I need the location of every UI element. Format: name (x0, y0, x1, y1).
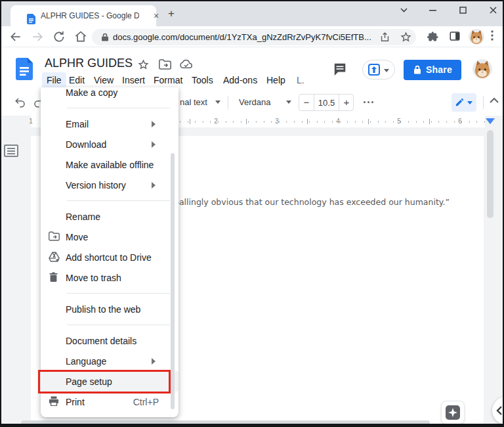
screenshot-root: ALPHR GUIDES - Google Docs × + docs.goog… (0, 0, 504, 427)
side-panel-icon[interactable] (449, 30, 462, 43)
profile-avatar-cat[interactable] (469, 29, 484, 45)
chevron-down-icon (467, 101, 472, 107)
url-bar[interactable]: docs.google.com/document/d/1YzTXa_gNzZdR… (92, 29, 416, 45)
share-export-icon[interactable] (379, 32, 390, 43)
menu-scrollbar[interactable] (171, 153, 175, 409)
menu-divider (67, 108, 170, 108)
menubar-item-format[interactable]: Format (154, 74, 182, 87)
google-docs-logo[interactable] (16, 58, 33, 80)
menu-item-publish-to-the-web[interactable]: Publish to the web (41, 299, 178, 319)
forward-icon[interactable] (31, 30, 44, 43)
show-outline-icon[interactable] (4, 145, 18, 157)
account-avatar-cat[interactable] (472, 59, 492, 79)
menubar-item-insert[interactable]: Insert (122, 74, 145, 87)
close-icon[interactable] (487, 4, 499, 16)
chevron-down-icon[interactable] (286, 101, 291, 106)
reload-icon[interactable] (52, 30, 66, 43)
document-text-line[interactable]: pallingly obvious that our technology ha… (174, 197, 450, 207)
hide-side-panel-button[interactable] (492, 397, 503, 424)
menu-item-make-available-offline[interactable]: Make available offline (41, 154, 178, 175)
document-title[interactable]: ALPHR GUIDES (45, 56, 133, 70)
present-caret-icon (384, 69, 389, 75)
ruler-left-margin (1, 116, 31, 127)
font-size-decrease-button[interactable]: − (299, 97, 314, 108)
share-button[interactable]: Share (404, 60, 461, 80)
docs-favicon-icon (26, 14, 35, 24)
editing-mode-button[interactable] (452, 93, 476, 112)
star-icon[interactable] (138, 59, 150, 71)
font-family-dropdown[interactable]: Verdana (239, 97, 270, 107)
drive-add-icon (49, 252, 60, 263)
menu-item-language[interactable]: Language (41, 351, 178, 371)
docs-header: ALPHR GUIDES File Edit View Insert Forma… (1, 47, 503, 89)
menu-item-email[interactable]: Email (41, 114, 178, 134)
extensions-puzzle-icon[interactable] (427, 30, 440, 43)
printer-icon (49, 396, 60, 407)
ruler-mark-1: 1 (29, 118, 33, 125)
tab-title: ALPHR GUIDES - Google Docs (41, 11, 139, 20)
file-menu-dropdown: Make a copy Email Download Make availabl… (41, 87, 178, 417)
chevron-left-icon (496, 405, 503, 416)
browser-tab[interactable]: ALPHR GUIDES - Google Docs × (10, 5, 156, 26)
menu-item-move[interactable]: Move (41, 227, 178, 247)
explore-button[interactable] (441, 401, 465, 424)
present-button[interactable] (362, 60, 395, 79)
menu-item-version-history[interactable]: Version history (41, 175, 178, 195)
move-folder-icon[interactable] (159, 59, 171, 71)
ruler-mark-3: 3 (275, 118, 279, 125)
menu-divider (67, 325, 170, 325)
menu-divider (67, 293, 170, 294)
submenu-arrow-icon (152, 141, 159, 148)
folder-move-icon (49, 231, 60, 242)
new-tab-button[interactable]: + (165, 8, 177, 20)
cloud-saved-icon[interactable] (180, 59, 192, 71)
more-toolbar-options-icon[interactable] (364, 101, 373, 103)
present-arrow-up (371, 66, 377, 73)
paragraph-style-dropdown[interactable]: nal text (180, 97, 207, 107)
tab-close-icon[interactable]: × (151, 11, 161, 21)
menu-item-rename[interactable]: Rename (41, 206, 178, 227)
horizontal-scrollbar[interactable] (21, 420, 430, 424)
editing-pencil-icon (455, 97, 465, 107)
menu-item-page-setup[interactable]: Page setup (41, 371, 178, 392)
toolbar-divider (483, 96, 484, 109)
maximize-icon[interactable] (457, 4, 469, 16)
menu-item-download[interactable]: Download (41, 134, 178, 154)
last-edit-truncated-text: L. (297, 74, 304, 87)
menu-item-make-a-copy[interactable]: Make a copy (41, 87, 178, 102)
bookmark-star-icon[interactable] (400, 32, 411, 43)
menu-shortcut: Ctrl+P (133, 397, 159, 407)
menubar-item-tools[interactable]: Tools (192, 74, 213, 87)
submenu-arrow-icon (152, 182, 159, 189)
tab-strip: ALPHR GUIDES - Google Docs × + (1, 1, 503, 26)
kebab-menu-icon[interactable] (491, 30, 503, 43)
menubar-item-view[interactable]: View (94, 74, 114, 87)
share-label: Share (426, 64, 452, 75)
home-icon[interactable] (74, 30, 87, 43)
explore-star-icon (446, 405, 460, 420)
trash-icon (49, 272, 60, 283)
font-size-increase-button[interactable]: + (339, 97, 354, 108)
share-lock-icon (413, 65, 421, 74)
collapse-toolbar-icon[interactable] (490, 97, 499, 103)
menu-divider (67, 200, 170, 201)
menubar-item-edit[interactable]: Edit (69, 74, 85, 87)
comment-icon[interactable] (333, 62, 347, 76)
back-icon[interactable] (9, 30, 22, 43)
vertical-scrollbar[interactable] (487, 130, 494, 218)
menubar-item-addons[interactable]: Add-ons (223, 74, 257, 87)
menubar-item-help[interactable]: Help (266, 74, 285, 87)
menubar-item-file[interactable]: File (42, 72, 66, 88)
menu-item-document-details[interactable]: Document details (41, 330, 178, 351)
ruler-mark-2: 2 (214, 118, 218, 125)
minimize-icon[interactable] (427, 5, 438, 17)
chevron-down-icon[interactable] (215, 101, 220, 106)
menu-item-move-to-trash[interactable]: Move to trash (41, 267, 178, 288)
ruler-mark-5: 5 (397, 118, 401, 125)
chevron-down-icon[interactable] (398, 5, 410, 17)
submenu-arrow-icon (152, 121, 159, 127)
font-size-value[interactable]: 10.5 (314, 98, 339, 108)
menu-item-print[interactable]: Print Ctrl+P (41, 392, 178, 412)
menu-item-add-shortcut-to-drive[interactable]: Add shortcut to Drive (41, 247, 178, 267)
undo-icon[interactable] (14, 97, 26, 108)
